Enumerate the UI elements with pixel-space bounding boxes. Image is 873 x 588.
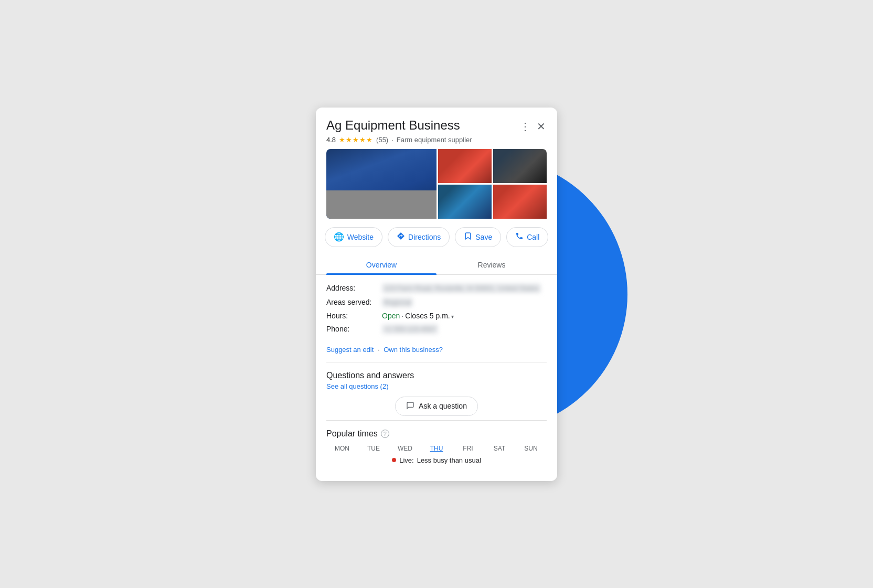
hours-row: Hours: Open · Closes 5 p.m. ▾ [326,312,547,320]
info-section: Address: 123 Farm Road, Ruralville, IA 5… [316,275,557,344]
ask-btn-label: Ask a question [419,402,467,410]
ask-question-button[interactable]: Ask a question [395,397,478,416]
own-business-link[interactable]: Own this business? [384,346,443,354]
rating-row: 4.8 ★★★★★ (55) · Farm equipment supplier [316,135,557,149]
live-status: Less busy than usual [417,456,481,464]
edit-links: Suggest an edit · Own this business? [316,344,557,362]
photos-grid [316,149,557,219]
website-button[interactable]: 🌐 Website [325,227,382,247]
suggest-edit-link[interactable]: Suggest an edit [326,346,374,354]
tab-overview[interactable]: Overview [326,255,437,274]
tab-reviews[interactable]: Reviews [437,255,547,274]
day-fri[interactable]: FRI [452,445,484,452]
photo-main[interactable] [326,149,437,219]
call-label: Call [527,233,539,241]
more-options-button[interactable]: ⋮ [519,120,531,133]
days-row: MON TUE WED THU FRI SAT SUN [326,445,547,452]
day-thu[interactable]: THU [421,445,452,452]
action-buttons: 🌐 Website Directions Save Call [316,219,557,255]
phone-row: Phone: +1 555-123-4567 [326,324,547,334]
qa-title: Questions and answers [326,371,547,380]
star-rating: ★★★★★ [339,136,373,144]
business-type: Farm equipment supplier [397,136,472,144]
save-icon [464,232,472,242]
business-card: Ag Equipment Business ⋮ ✕ 4.8 ★★★★★ (55)… [316,108,557,481]
hours-sep: · [401,312,403,320]
live-indicator [392,458,396,462]
day-sat[interactable]: SAT [484,445,515,452]
call-button[interactable]: Call [506,227,548,247]
qa-section: Questions and answers See all questions … [316,362,557,420]
website-label: Website [347,233,374,241]
photo-blue-tractor-small[interactable] [438,185,492,219]
tabs: Overview Reviews [316,255,557,275]
photo-red-tractor[interactable] [493,185,547,219]
hours-label: Hours: [326,312,379,320]
day-mon[interactable]: MON [326,445,358,452]
close-button[interactable]: ✕ [536,120,547,133]
directions-icon [397,232,405,242]
call-icon [515,232,524,242]
popular-times-info-icon[interactable]: ? [381,430,389,438]
address-value: 123 Farm Road, Ruralville, IA 50001, Uni… [382,283,541,293]
phone-label: Phone: [326,325,379,333]
review-count: (55) [376,136,388,144]
directions-label: Directions [408,233,441,241]
popular-times-title: Popular times [326,429,378,439]
hours-closes: Closes 5 p.m. [405,312,450,320]
areas-label: Areas served: [326,298,379,306]
photo-worker[interactable] [438,149,492,183]
day-tue[interactable]: TUE [358,445,389,452]
phone-value: +1 555-123-4567 [382,324,438,334]
photo-dark-machinery[interactable] [493,149,547,183]
separator: · [391,136,393,144]
save-label: Save [475,233,492,241]
ask-icon [406,401,414,411]
card-header: Ag Equipment Business ⋮ ✕ [316,108,557,135]
see-all-questions-link[interactable]: See all questions (2) [326,382,547,390]
day-sun[interactable]: SUN [515,445,547,452]
directions-button[interactable]: Directions [388,227,450,247]
live-status-row: Live: Less busy than usual [326,456,547,464]
address-row: Address: 123 Farm Road, Ruralville, IA 5… [326,283,547,293]
live-label: Live: [399,456,413,464]
website-icon: 🌐 [334,232,344,242]
rating-number: 4.8 [326,136,336,144]
hours-open: Open [382,312,400,320]
business-title: Ag Equipment Business [326,118,519,133]
day-wed[interactable]: WED [389,445,421,452]
areas-row: Areas served: Regional [326,297,547,307]
edit-separator: · [378,346,380,354]
popular-header: Popular times ? [326,429,547,439]
header-actions: ⋮ ✕ [519,120,547,133]
hours-dropdown-icon[interactable]: ▾ [451,314,454,319]
popular-times-section: Popular times ? MON TUE WED THU FRI SAT … [316,421,557,468]
areas-value: Regional [382,297,413,307]
address-label: Address: [326,284,379,292]
save-button[interactable]: Save [455,227,501,247]
